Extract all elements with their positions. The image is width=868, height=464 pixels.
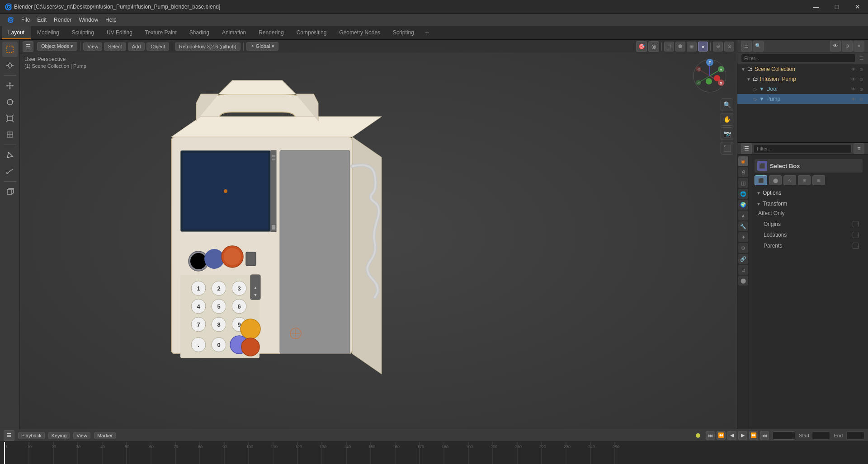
add-menu[interactable]: Add: [128, 42, 145, 51]
tab-animation[interactable]: Animation: [216, 26, 252, 39]
tool-transform[interactable]: [2, 127, 18, 142]
snap-toggle[interactable]: ⊕: [713, 42, 723, 52]
prev-keyframe-btn[interactable]: ⏪: [717, 431, 726, 440]
shade-material[interactable]: ◉: [687, 42, 697, 52]
tab-add[interactable]: +: [420, 26, 434, 39]
properties-search-input[interactable]: [754, 144, 852, 153]
object-mode-dropdown[interactable]: Object Mode ▾: [37, 42, 77, 51]
timeline-ruler[interactable]: 1 10 20 30 40 50 60: [0, 442, 868, 464]
menu-help[interactable]: Help: [102, 16, 120, 24]
navigation-gizmo[interactable]: Z Y X -Y -X: [692, 58, 728, 94]
tool-cursor[interactable]: [2, 58, 18, 73]
preset-select-4[interactable]: ⊞: [798, 175, 811, 185]
play-btn[interactable]: ▶: [738, 431, 747, 440]
maximize-button[interactable]: □: [826, 0, 847, 14]
vis-icon[interactable]: 👁: [850, 66, 857, 72]
expand-arrow-2[interactable]: ▼: [746, 77, 751, 82]
tool-rotate[interactable]: [2, 94, 18, 110]
prop-tab-object[interactable]: ▲: [738, 211, 748, 220]
menu-edit[interactable]: Edit: [33, 16, 50, 24]
options-header[interactable]: ▼ Options: [755, 189, 863, 197]
tab-shading[interactable]: Shading: [183, 26, 216, 39]
prop-tab-constraints[interactable]: 🔗: [738, 254, 748, 264]
preset-select-box[interactable]: ⬛: [755, 175, 767, 185]
preset-select-lasso[interactable]: ∿: [783, 175, 796, 185]
prop-tab-output[interactable]: 🖨: [738, 167, 748, 177]
close-button[interactable]: ✕: [847, 0, 868, 14]
prop-tab-physics[interactable]: ⚙: [738, 243, 748, 253]
outliner-filter2[interactable]: ≡: [854, 41, 864, 52]
pan-btn[interactable]: ✋: [721, 113, 733, 126]
outliner-search-input[interactable]: [741, 54, 855, 63]
outliner-item-infusion-pump[interactable]: ▼ 🗂 Infusion_Pump 👁 ⊙: [737, 74, 868, 84]
camera-btn[interactable]: 📷: [721, 127, 733, 140]
shade-solid[interactable]: ⬟: [675, 42, 685, 52]
proportional-edit[interactable]: ⊙: [724, 42, 734, 52]
transform-global[interactable]: ⚬ Global ▾: [246, 42, 278, 51]
object-menu[interactable]: Object: [146, 42, 169, 51]
outliner-vis[interactable]: 👁: [830, 41, 841, 52]
tool-select[interactable]: [2, 42, 18, 57]
prop-tab-world[interactable]: 🌍: [738, 200, 748, 210]
prop-tab-view-layer[interactable]: ◫: [738, 178, 748, 188]
prop-tab-particles[interactable]: ✦: [738, 232, 748, 242]
expand-arrow-3[interactable]: ▷: [754, 87, 757, 92]
tool-add-cube[interactable]: [2, 184, 18, 199]
sel-icon-2[interactable]: ⊙: [858, 76, 864, 82]
tab-uv-editing[interactable]: UV Editing: [100, 26, 139, 39]
frame-start-btn[interactable]: ⏮: [706, 431, 715, 440]
tool-measure[interactable]: [2, 164, 18, 179]
current-frame-input[interactable]: 1: [773, 431, 795, 440]
expand-arrow-4[interactable]: ▷: [754, 97, 757, 102]
outliner-item-door[interactable]: ▷ ▼ Door 👁 ⊙: [737, 84, 868, 94]
minimize-button[interactable]: —: [806, 0, 826, 14]
outliner-item-pump[interactable]: ▷ ▼ Pump 👁 ⊙: [737, 94, 868, 104]
tab-layout[interactable]: Layout: [2, 26, 31, 39]
tab-rendering[interactable]: Rendering: [252, 26, 290, 39]
properties-filter[interactable]: ≡: [854, 143, 864, 154]
menu-file[interactable]: File: [18, 16, 33, 24]
menu-window[interactable]: Window: [75, 16, 102, 24]
preset-select-circle[interactable]: ⬤: [769, 175, 782, 185]
timeline-menu[interactable]: ☰: [4, 430, 14, 441]
outliner-sel[interactable]: ⊙: [842, 41, 853, 52]
end-frame-input[interactable]: 250: [846, 431, 864, 440]
timeline-view-menu[interactable]: View: [73, 432, 90, 439]
marker-menu[interactable]: Marker: [94, 432, 116, 439]
menu-render[interactable]: Render: [50, 16, 75, 24]
zoom-in-btn[interactable]: 🔍: [721, 98, 733, 111]
prop-tab-render[interactable]: ◉: [738, 156, 748, 166]
prop-tab-data[interactable]: ⊿: [738, 265, 748, 275]
outliner-item-scene-collection[interactable]: ▼ 🗂 Scene Collection 👁 ⊙: [737, 64, 868, 74]
tab-scripting[interactable]: Scripting: [387, 26, 420, 39]
shade-rendered[interactable]: ●: [698, 42, 708, 52]
origins-checkbox[interactable]: [853, 221, 859, 227]
outliner-filter[interactable]: 🔍: [753, 41, 764, 52]
outliner-icon[interactable]: ☰: [741, 41, 752, 52]
tool-scale[interactable]: [2, 111, 18, 126]
preset-select-5[interactable]: ≋: [812, 175, 825, 185]
view-menu[interactable]: View: [83, 42, 102, 51]
overlay-toggle[interactable]: ◎: [648, 41, 659, 52]
outliner-filter-icon[interactable]: ☰: [858, 55, 864, 61]
select-menu[interactable]: Select: [104, 42, 126, 51]
tab-modeling[interactable]: Modeling: [31, 26, 66, 39]
keying-menu[interactable]: Keying: [48, 432, 70, 439]
tab-texture-paint[interactable]: Texture Paint: [139, 26, 183, 39]
gizmo-toggle[interactable]: 🎯: [636, 41, 647, 52]
start-frame-input[interactable]: 1: [812, 431, 830, 440]
frame-end-btn[interactable]: ⏭: [760, 431, 769, 440]
menu-blender[interactable]: 🌀: [4, 16, 18, 24]
prop-tab-scene[interactable]: 🌐: [738, 189, 748, 199]
next-keyframe-btn[interactable]: ⏩: [749, 431, 758, 440]
prop-tab-material[interactable]: ⬤: [738, 276, 748, 286]
tool-annotate[interactable]: [2, 147, 18, 163]
play-back-btn[interactable]: ◀: [727, 431, 736, 440]
tab-compositing[interactable]: Compositing: [290, 26, 333, 39]
tab-sculpting[interactable]: Sculpting: [66, 26, 100, 39]
expand-arrow[interactable]: ▼: [741, 67, 745, 72]
tab-geometry-nodes[interactable]: Geometry Nodes: [333, 26, 387, 39]
properties-menu-icon[interactable]: ☰: [741, 143, 752, 154]
viewport[interactable]: ☰ Object Mode ▾ View Select Add Object R…: [20, 40, 737, 429]
vis-icon-2[interactable]: 👁: [850, 76, 857, 82]
